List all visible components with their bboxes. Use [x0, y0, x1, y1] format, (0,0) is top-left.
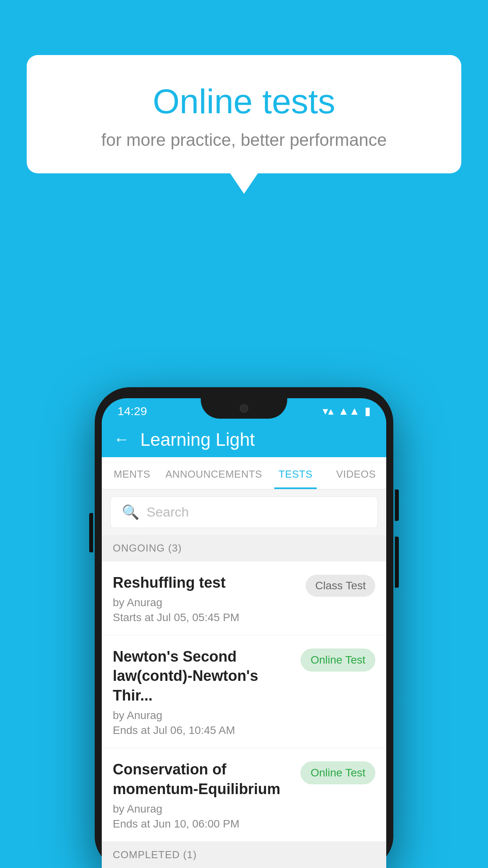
search-input[interactable]: Search: [147, 504, 189, 520]
test-item[interactable]: Reshuffling test by Anurag Starts at Jul…: [102, 561, 386, 635]
battery-icon: ▮: [365, 405, 371, 417]
test-title: Newton's Second law(contd)-Newton's Thir…: [113, 647, 293, 705]
side-button-volume-right: [395, 537, 399, 588]
test-item-content: Conservation of momentum-Equilibrium by …: [113, 760, 301, 830]
test-item[interactable]: Conservation of momentum-Equilibrium by …: [102, 748, 386, 842]
test-item[interactable]: Newton's Second law(contd)-Newton's Thir…: [102, 635, 386, 748]
phone-shell: 14:29 ▾▴ ▲▲ ▮ ← Learning Light MENTS ANN…: [95, 387, 393, 868]
tab-announcements[interactable]: ANNOUNCEMENTS: [162, 457, 265, 489]
tab-videos[interactable]: VIDEOS: [326, 457, 386, 489]
ongoing-section-header: ONGOING (3): [102, 535, 386, 561]
camera: [240, 404, 248, 413]
test-item-content: Newton's Second law(contd)-Newton's Thir…: [113, 647, 301, 737]
side-button-power: [395, 489, 399, 521]
app-header: ← Learning Light: [102, 422, 386, 457]
tab-ments[interactable]: MENTS: [102, 457, 162, 489]
completed-section-header: COMPLETED (1): [102, 842, 386, 868]
phone-screen: 14:29 ▾▴ ▲▲ ▮ ← Learning Light MENTS ANN…: [102, 398, 386, 868]
wifi-icon: ▾▴: [323, 405, 334, 417]
search-box[interactable]: 🔍 Search: [110, 497, 378, 528]
search-icon: 🔍: [122, 504, 139, 520]
test-time: Ends at Jun 10, 06:00 PM: [113, 818, 293, 830]
phone-frame: 14:29 ▾▴ ▲▲ ▮ ← Learning Light MENTS ANN…: [95, 387, 393, 868]
back-button[interactable]: ←: [114, 430, 129, 448]
phone-wrapper: 14:29 ▾▴ ▲▲ ▮ ← Learning Light MENTS ANN…: [95, 387, 393, 868]
test-item-content: Reshuffling test by Anurag Starts at Jul…: [113, 573, 306, 624]
test-title: Reshuffling test: [113, 573, 298, 592]
test-author: by Anurag: [113, 709, 293, 722]
test-badge-class: Class Test: [306, 575, 375, 597]
bubble-title: Online tests: [50, 83, 438, 121]
app-header-title: Learning Light: [140, 429, 255, 450]
test-time: Starts at Jul 05, 05:45 PM: [113, 611, 298, 624]
speech-bubble-container: Online tests for more practice, better p…: [27, 55, 461, 173]
tab-tests[interactable]: TESTS: [265, 457, 326, 489]
test-time: Ends at Jul 06, 10:45 AM: [113, 724, 293, 737]
test-title: Conservation of momentum-Equilibrium: [113, 760, 293, 799]
search-container: 🔍 Search: [102, 489, 386, 535]
speech-bubble: Online tests for more practice, better p…: [27, 55, 461, 173]
phone-notch: [201, 398, 287, 419]
side-button-volume: [89, 513, 93, 552]
tabs-bar: MENTS ANNOUNCEMENTS TESTS VIDEOS: [102, 457, 386, 489]
test-author: by Anurag: [113, 596, 298, 609]
test-list: Reshuffling test by Anurag Starts at Jul…: [102, 561, 386, 842]
test-badge-online: Online Test: [301, 649, 375, 671]
status-icons: ▾▴ ▲▲ ▮: [323, 405, 371, 417]
bubble-subtitle: for more practice, better performance: [50, 130, 438, 150]
status-time: 14:29: [117, 405, 147, 418]
test-badge-online: Online Test: [301, 761, 375, 784]
signal-icon: ▲▲: [338, 405, 360, 417]
test-author: by Anurag: [113, 803, 293, 815]
